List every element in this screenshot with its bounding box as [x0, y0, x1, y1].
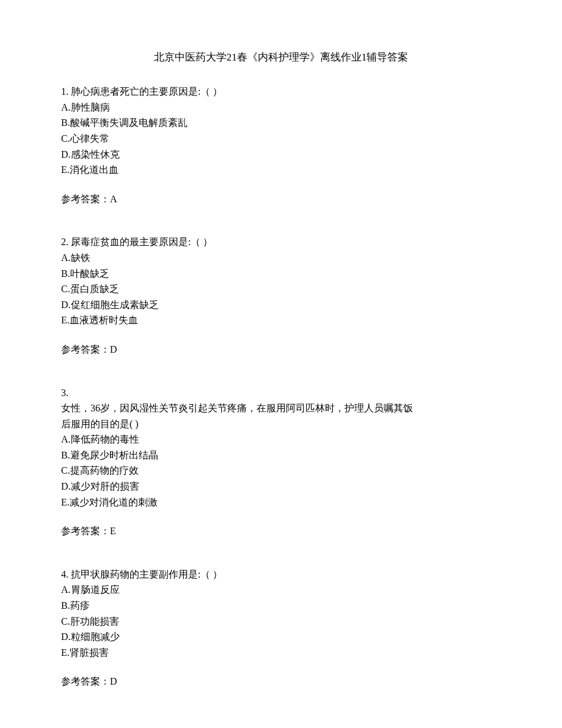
answer-label: 参考答案： — [61, 526, 110, 536]
option-b: B.叶酸缺乏 — [61, 266, 501, 282]
option-a: A.肺性脑病 — [61, 100, 501, 116]
question-4: 4. 抗甲状腺药物的主要副作用是:（ ） A.胃肠道反应 B.药疹 C.肝功能损… — [61, 567, 501, 689]
answer-value: D — [110, 344, 117, 355]
question-1: 1. 肺心病患者死亡的主要原因是:（ ） A.肺性脑病 B.酸碱平衡失调及电解质… — [61, 84, 501, 207]
answer-value: A — [110, 194, 117, 204]
option-a: A.缺铁 — [61, 250, 501, 266]
question-number-only: 3. — [61, 385, 501, 401]
option-a: A.胃肠道反应 — [61, 582, 501, 598]
option-b: B.药疹 — [61, 598, 501, 614]
question-number: 4. — [61, 569, 68, 579]
answer: 参考答案：E — [61, 523, 501, 539]
document-title: 北京中医药大学21春《内科护理学》离线作业1辅导答案 — [61, 49, 501, 65]
question-text-content: 尿毒症贫血的最主要原因是:（ ） — [71, 237, 213, 247]
question-stem: 4. 抗甲状腺药物的主要副作用是:（ ） — [61, 567, 501, 583]
option-b: B.酸碱平衡失调及电解质紊乱 — [61, 115, 501, 131]
option-a: A.降低药物的毒性 — [61, 432, 501, 447]
question-text-content: 肺心病患者死亡的主要原因是:（ ） — [71, 86, 222, 97]
option-e: E.减少对消化道的刺激 — [61, 495, 501, 510]
answer: 参考答案：D — [61, 342, 501, 358]
option-b: B.避免尿少时析出结晶 — [61, 447, 501, 463]
option-c: C.蛋白质缺乏 — [61, 281, 501, 297]
option-c: C.心律失常 — [61, 131, 501, 147]
question-stem-line1: 女性，36岁，因风湿性关节炎引起关节疼痛，在服用阿司匹林时，护理人员嘱其饭 — [61, 400, 501, 416]
answer-label: 参考答案： — [61, 676, 110, 686]
answer-value: E — [110, 526, 116, 536]
option-d: D.粒细胞减少 — [61, 629, 501, 645]
option-e: E.肾脏损害 — [61, 645, 501, 661]
option-e: E.血液透析时失血 — [61, 312, 501, 328]
answer-label: 参考答案： — [61, 194, 110, 204]
answer: 参考答案：A — [61, 191, 501, 207]
option-d: D.感染性休克 — [61, 147, 501, 163]
question-stem: 1. 肺心病患者死亡的主要原因是:（ ） — [61, 84, 501, 100]
question-3: 3. 女性，36岁，因风湿性关节炎引起关节疼痛，在服用阿司匹林时，护理人员嘱其饭… — [61, 385, 501, 539]
question-2: 2. 尿毒症贫血的最主要原因是:（ ） A.缺铁 B.叶酸缺乏 C.蛋白质缺乏 … — [61, 234, 501, 357]
question-number: 2. — [61, 237, 68, 247]
answer-label: 参考答案： — [61, 344, 110, 355]
option-c: C.肝功能损害 — [61, 614, 501, 630]
option-d: D.减少对肝的损害 — [61, 479, 501, 495]
option-e: E.消化道出血 — [61, 162, 501, 178]
question-number: 1. — [61, 86, 68, 97]
answer: 参考答案：D — [61, 674, 501, 689]
question-text-content: 抗甲状腺药物的主要副作用是:（ ） — [71, 569, 222, 579]
question-stem: 2. 尿毒症贫血的最主要原因是:（ ） — [61, 234, 501, 250]
option-c: C.提高药物的疗效 — [61, 463, 501, 479]
question-stem-line2: 后服用的目的是( ) — [61, 416, 501, 432]
answer-value: D — [110, 676, 117, 686]
option-d: D.促红细胞生成素缺乏 — [61, 297, 501, 313]
